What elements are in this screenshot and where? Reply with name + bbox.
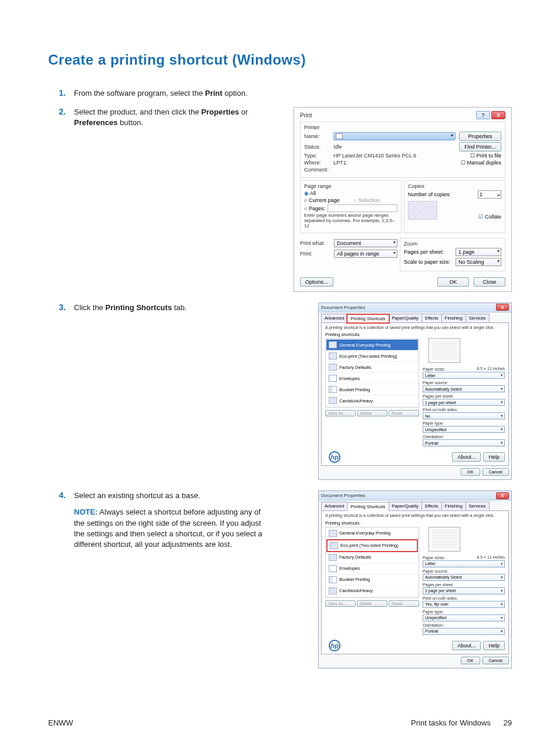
shortcut-label: Eco-print (Two-sided Printing) bbox=[340, 543, 399, 548]
ok-button[interactable]: OK bbox=[461, 468, 480, 476]
paper-type-combo[interactable]: Unspecified bbox=[423, 426, 505, 433]
orientation-combo[interactable]: Portrait bbox=[423, 439, 505, 446]
help-button[interactable]: ? bbox=[476, 111, 490, 119]
find-printer-button[interactable]: Find Printer... bbox=[459, 142, 501, 152]
tab-paper-quality[interactable]: Paper/Quality bbox=[389, 314, 422, 322]
save-as-button[interactable]: Save As... bbox=[325, 410, 356, 416]
cancel-button[interactable]: Cancel bbox=[483, 468, 509, 476]
help-button[interactable]: Help bbox=[483, 641, 505, 650]
about-button[interactable]: About... bbox=[452, 452, 481, 462]
pages-per-sheet-label: Pages per sheet: bbox=[423, 394, 454, 398]
group-title: Printer bbox=[304, 125, 501, 130]
tab-effects[interactable]: Effects bbox=[421, 502, 442, 510]
tab-finishing[interactable]: Finishing bbox=[441, 502, 466, 510]
pages-input[interactable] bbox=[328, 204, 397, 212]
delete-button[interactable]: Delete bbox=[357, 600, 387, 607]
tab-effects[interactable]: Effects bbox=[421, 314, 442, 322]
close-icon[interactable]: X bbox=[496, 304, 509, 311]
status-label: Status: bbox=[304, 144, 333, 150]
shortcut-icon bbox=[329, 397, 337, 404]
print-to-file-checkbox[interactable]: Print to file bbox=[470, 153, 501, 159]
orientation-combo[interactable]: Portrait bbox=[423, 628, 505, 635]
shortcut-item[interactable]: Envelopes bbox=[326, 563, 418, 574]
shortcut-item[interactable]: Booklet Printing bbox=[326, 574, 418, 586]
ok-button[interactable]: OK bbox=[437, 277, 469, 287]
pages-per-sheet-combo[interactable]: 1 page per sheet bbox=[423, 399, 505, 406]
shortcut-item[interactable]: Booklet Printing bbox=[326, 384, 418, 395]
shortcut-item[interactable]: Eco-print (Two-sided Printing) bbox=[326, 539, 418, 552]
both-sides-combo[interactable]: Yes, flip over bbox=[423, 601, 505, 608]
collate-checkbox[interactable]: Collate bbox=[478, 214, 501, 220]
tab-services[interactable]: Services bbox=[465, 314, 490, 322]
shortcut-item[interactable]: Envelopes bbox=[326, 373, 418, 384]
delete-button[interactable]: Delete bbox=[357, 410, 387, 416]
properties-button[interactable]: Properties bbox=[459, 132, 501, 141]
tab-paper-quality[interactable]: Paper/Quality bbox=[389, 502, 422, 510]
shortcut-list-label: Printing shortcuts: bbox=[325, 332, 505, 337]
pages-per-sheet-combo[interactable]: 1 page per sheet bbox=[423, 587, 505, 594]
close-button-bottom[interactable]: Close bbox=[474, 277, 505, 287]
step-text: Select the product, and then click the P… bbox=[74, 107, 269, 128]
num-copies-input[interactable]: 1 bbox=[478, 190, 501, 199]
scale-combo[interactable]: No Scaling bbox=[456, 258, 501, 266]
cancel-button[interactable]: Cancel bbox=[483, 657, 509, 664]
both-sides-combo[interactable]: No bbox=[423, 412, 505, 419]
reset-button[interactable]: Reset bbox=[389, 600, 419, 607]
group-title: Page range bbox=[304, 183, 397, 189]
shortcut-item[interactable]: General Everyday Printing bbox=[326, 340, 418, 351]
about-button[interactable]: About... bbox=[452, 641, 481, 650]
reset-button[interactable]: Reset bbox=[389, 410, 419, 416]
paper-sizes-combo[interactable]: Letter bbox=[423, 560, 505, 567]
page-footer: ENWW Print tasks for Windows 29 bbox=[48, 718, 512, 727]
tab-finishing[interactable]: Finishing bbox=[441, 314, 466, 322]
close-icon[interactable]: X bbox=[496, 492, 509, 499]
paper-type-label: Paper type: bbox=[423, 421, 444, 425]
shortcut-item[interactable]: General Everyday Printing bbox=[326, 528, 418, 539]
shortcut-item[interactable]: Cardstock/Heavy bbox=[326, 395, 418, 406]
shortcut-icon bbox=[330, 542, 338, 549]
save-as-button[interactable]: Save As... bbox=[325, 600, 356, 607]
help-button[interactable]: Help bbox=[483, 452, 505, 462]
paper-type-label: Paper type: bbox=[423, 610, 444, 614]
pages-radio[interactable]: Pages: bbox=[304, 206, 325, 211]
print-what-combo[interactable]: Document bbox=[334, 239, 397, 247]
dp-title: Document Properties bbox=[321, 493, 365, 498]
shortcut-item[interactable]: Factory Defaults bbox=[326, 362, 418, 373]
manual-duplex-checkbox[interactable]: Manual duplex bbox=[461, 160, 501, 166]
shortcut-list[interactable]: General Everyday PrintingEco-print (Two-… bbox=[325, 527, 419, 598]
all-radio[interactable]: All bbox=[304, 190, 397, 196]
print-combo[interactable]: All pages in range bbox=[334, 250, 397, 258]
pps-combo[interactable]: 1 page bbox=[456, 248, 501, 256]
step-number: 4. bbox=[48, 490, 74, 550]
paper-source-combo[interactable]: Automatically Select bbox=[423, 385, 505, 392]
shortcut-item[interactable]: Eco-print (Two-sided Printing) bbox=[326, 351, 418, 362]
close-button[interactable]: X bbox=[491, 111, 505, 119]
tabs: AdvancedPrinting ShortcutsPaper/QualityE… bbox=[321, 314, 509, 323]
tab-printing-shortcuts[interactable]: Printing Shortcuts bbox=[347, 314, 389, 323]
printer-name-combo[interactable] bbox=[333, 132, 456, 140]
page-range-group: Page range All Current page Selection Pa… bbox=[300, 180, 402, 233]
paper-source-combo[interactable]: Automatically Select bbox=[423, 574, 505, 581]
print-label: Print: bbox=[300, 251, 334, 257]
paper-sizes-combo[interactable]: Letter bbox=[423, 372, 505, 379]
step-2-row: 2. Select the product, and then click th… bbox=[48, 107, 512, 291]
tab-advanced[interactable]: Advanced bbox=[321, 502, 348, 510]
tab-printing-shortcuts[interactable]: Printing Shortcuts bbox=[347, 502, 389, 511]
shortcut-icon bbox=[329, 386, 337, 393]
footer-section: Print tasks for Windows bbox=[411, 718, 491, 727]
options-button[interactable]: Options... bbox=[300, 277, 333, 287]
shortcut-label: Booklet Printing bbox=[339, 387, 370, 392]
printer-icon bbox=[336, 133, 343, 139]
shortcut-label: Eco-print (Two-sided Printing) bbox=[339, 354, 397, 359]
page-heading: Create a printing shortcut (Windows) bbox=[48, 52, 512, 68]
tab-advanced[interactable]: Advanced bbox=[321, 314, 348, 322]
ok-button[interactable]: OK bbox=[461, 657, 480, 664]
paper-type-combo[interactable]: Unspecified bbox=[423, 614, 505, 621]
copies-group: Copies Number of copies: 1 Collate bbox=[404, 180, 505, 233]
shortcut-item[interactable]: Cardstock/Heavy bbox=[326, 586, 418, 597]
shortcut-list[interactable]: General Everyday PrintingEco-print (Two-… bbox=[325, 338, 419, 408]
current-page-radio[interactable]: Current page bbox=[304, 197, 339, 203]
shortcut-item[interactable]: Factory Defaults bbox=[326, 552, 418, 563]
tab-services[interactable]: Services bbox=[465, 502, 490, 510]
step-bold-a: Printing Shortcuts bbox=[105, 303, 171, 312]
